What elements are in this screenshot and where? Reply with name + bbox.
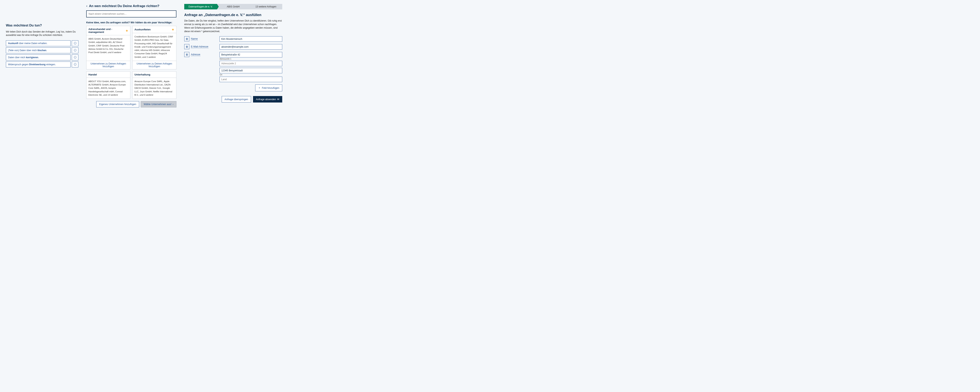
email-input[interactable] bbox=[220, 44, 282, 49]
address-country-input[interactable] bbox=[220, 76, 282, 82]
info-icon: i bbox=[74, 49, 76, 51]
action-object-info[interactable]: i bbox=[72, 62, 78, 67]
form-description: Die Daten, die Du hier eingibst, helfen … bbox=[184, 19, 282, 33]
add-own-company-button[interactable]: Eigenes Unternehmen hinzufügen bbox=[96, 101, 139, 107]
address-line1-input[interactable] bbox=[220, 52, 282, 57]
action-delete-info[interactable]: i bbox=[72, 48, 78, 53]
field-row-address: 🗑 Adresse Adresszeile 1 Ort bbox=[184, 52, 282, 83]
wizard-step-1[interactable]: Datenanfragen.de e. V. bbox=[184, 4, 217, 10]
choose-companies-button[interactable]: Wähle Unternehmen aus!› bbox=[141, 101, 177, 107]
card-body: Amazon Europe Core SARL, Apple Distribut… bbox=[132, 78, 176, 99]
form-title: Anfrage an „Datenanfragen.de e. V.“ ausf… bbox=[184, 13, 282, 17]
suggestion-card-unterhaltung: Unterhaltung Amazon Europe Core SARL, Ap… bbox=[132, 71, 177, 99]
address-city-input[interactable] bbox=[220, 68, 282, 73]
info-icon: i bbox=[74, 56, 76, 59]
star-icon: ★ bbox=[172, 28, 174, 31]
send-request-button[interactable]: Anfrage absenden✉ bbox=[253, 96, 282, 102]
card-add-button[interactable]: Unternehmen zu Deinen Anfragen hinzufüge… bbox=[86, 61, 130, 69]
card-body: ABOUT YOU GmbH, AliExpress.com, ALTERNAT… bbox=[86, 78, 130, 99]
suggestion-card-auskunfteien: Auskunfteien ★ Creditreform Boniversum G… bbox=[132, 26, 177, 69]
action-delete[interactable]: (Teile von) Daten über mich löschen. bbox=[6, 48, 70, 53]
step-what-panel: Was möchtest Du tun? Wir leiten Dich dur… bbox=[6, 4, 78, 69]
card-title: Auskunfteien bbox=[134, 28, 151, 31]
plus-icon: ＋ bbox=[258, 86, 261, 89]
trash-icon[interactable]: 🗑 bbox=[184, 44, 189, 49]
wizard-step-2[interactable]: ABIS GmbH bbox=[217, 4, 250, 10]
card-add-button[interactable]: Unternehmen zu Deinen Anfragen hinzufüge… bbox=[132, 61, 176, 69]
company-search-input[interactable] bbox=[86, 10, 177, 18]
wizard-steps: Datenanfragen.de e. V. ABIS GmbH 13 weit… bbox=[184, 4, 282, 10]
add-field-button[interactable]: ＋Feld hinzufügen bbox=[255, 84, 282, 91]
card-title: Unterhaltung bbox=[134, 73, 150, 76]
star-icon: ★ bbox=[126, 29, 128, 32]
action-object[interactable]: Widerspruch gegen Direktwerbung einlegen… bbox=[6, 62, 70, 67]
suggestion-card-handel: Handel ABOUT YOU GmbH, AliExpress.com, A… bbox=[86, 71, 130, 99]
back-chevron-icon[interactable]: ‹ bbox=[86, 4, 88, 8]
action-access-info[interactable]: i bbox=[72, 40, 78, 46]
mid-heading: An wen möchtest Du Deine Anfrage richten… bbox=[89, 4, 159, 8]
skip-request-button[interactable]: Anfrage überspringen bbox=[222, 96, 251, 102]
left-subtitle: Wir leiten Dich durch das Senden der Anf… bbox=[6, 30, 78, 37]
wizard-step-3[interactable]: 13 weitere Anfragen bbox=[250, 4, 282, 10]
suggestions-heading: Keine Idee, wen Du anfragen sollst? Wir … bbox=[86, 21, 177, 24]
field-label-address[interactable]: Adresse bbox=[191, 53, 200, 56]
address-line2-input[interactable] bbox=[220, 61, 282, 66]
action-rectify-info[interactable]: i bbox=[72, 54, 78, 61]
trash-icon[interactable]: 🗑 bbox=[184, 52, 189, 57]
step-fill-panel: Datenanfragen.de e. V. ABIS GmbH 13 weit… bbox=[184, 4, 282, 102]
card-body: Creditreform Boniversum GmbH, CRIF GmbH,… bbox=[132, 33, 176, 61]
address-city-label: Ort bbox=[220, 74, 282, 76]
field-row-email: 🗑 E-Mail-Adresse bbox=[184, 44, 282, 50]
left-title: Was möchtest Du tun? bbox=[6, 24, 78, 27]
field-row-name: 🗑 Name bbox=[184, 36, 282, 42]
field-label-name[interactable]: Name bbox=[191, 37, 198, 40]
card-title: Adresshandel und -management bbox=[88, 28, 126, 33]
suggestion-card-adresshandel: Adresshandel und -management ★ ABIS GmbH… bbox=[86, 26, 130, 69]
mail-icon: ✉ bbox=[277, 98, 279, 101]
card-body: ABIS GmbH, Acxiom Deutschland GmbH, adpu… bbox=[86, 35, 130, 61]
chevron-right-icon: › bbox=[173, 103, 173, 106]
name-input[interactable] bbox=[220, 36, 282, 42]
trash-icon[interactable]: 🗑 bbox=[184, 36, 189, 41]
action-access[interactable]: Auskunft über meine Daten erhalten. bbox=[6, 40, 70, 46]
address-line1-label: Adresszeile 1 bbox=[220, 58, 282, 60]
action-rectify[interactable]: Daten über mich korrigieren. bbox=[6, 54, 70, 61]
step-who-panel: ‹ An wen möchtest Du Deine Anfrage richt… bbox=[86, 4, 177, 107]
info-icon: i bbox=[74, 63, 76, 66]
field-label-email[interactable]: E-Mail-Adresse bbox=[191, 45, 208, 48]
card-title: Handel bbox=[88, 73, 97, 76]
info-icon: i bbox=[74, 42, 76, 45]
